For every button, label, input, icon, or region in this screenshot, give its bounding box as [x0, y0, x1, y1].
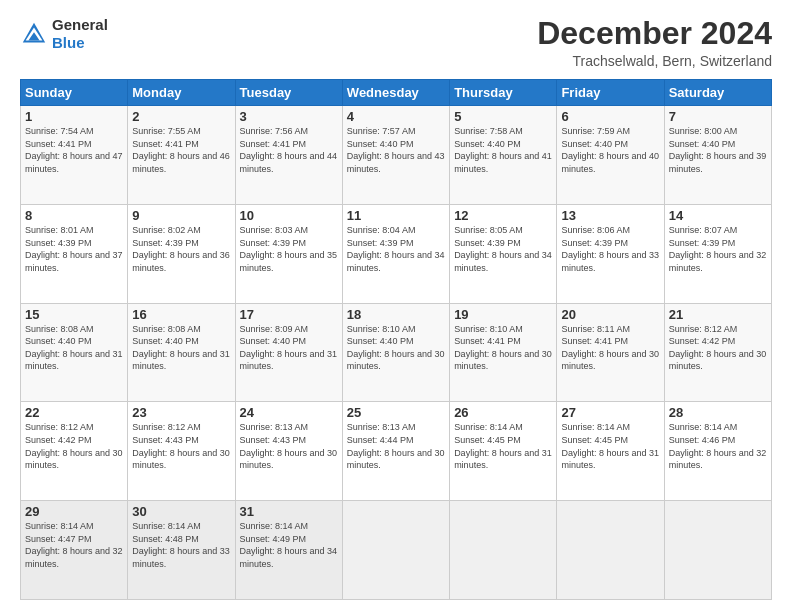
day-info: Sunrise: 7:59 AMSunset: 4:40 PMDaylight:… [561, 125, 659, 175]
calendar-day-cell: 3Sunrise: 7:56 AMSunset: 4:41 PMDaylight… [235, 106, 342, 205]
calendar-day-cell: 4Sunrise: 7:57 AMSunset: 4:40 PMDaylight… [342, 106, 449, 205]
day-number: 17 [240, 307, 338, 322]
day-info: Sunrise: 7:55 AMSunset: 4:41 PMDaylight:… [132, 125, 230, 175]
day-number: 31 [240, 504, 338, 519]
calendar-table: SundayMondayTuesdayWednesdayThursdayFrid… [20, 79, 772, 600]
day-number: 22 [25, 405, 123, 420]
calendar-day-cell: 26Sunrise: 8:14 AMSunset: 4:45 PMDayligh… [450, 402, 557, 501]
day-number: 7 [669, 109, 767, 124]
day-number: 4 [347, 109, 445, 124]
day-number: 21 [669, 307, 767, 322]
day-info: Sunrise: 8:14 AMSunset: 4:46 PMDaylight:… [669, 421, 767, 471]
calendar-day-cell: 30Sunrise: 8:14 AMSunset: 4:48 PMDayligh… [128, 501, 235, 600]
calendar-day-cell [342, 501, 449, 600]
day-info: Sunrise: 8:12 AMSunset: 4:42 PMDaylight:… [25, 421, 123, 471]
calendar-day-cell: 14Sunrise: 8:07 AMSunset: 4:39 PMDayligh… [664, 204, 771, 303]
day-number: 28 [669, 405, 767, 420]
calendar-day-cell: 23Sunrise: 8:12 AMSunset: 4:43 PMDayligh… [128, 402, 235, 501]
header: General Blue December 2024 Trachselwald,… [20, 16, 772, 69]
title-block: December 2024 Trachselwald, Bern, Switze… [537, 16, 772, 69]
day-info: Sunrise: 8:14 AMSunset: 4:47 PMDaylight:… [25, 520, 123, 570]
day-info: Sunrise: 7:57 AMSunset: 4:40 PMDaylight:… [347, 125, 445, 175]
calendar-day-header: Tuesday [235, 80, 342, 106]
calendar-day-cell: 31Sunrise: 8:14 AMSunset: 4:49 PMDayligh… [235, 501, 342, 600]
day-info: Sunrise: 8:14 AMSunset: 4:49 PMDaylight:… [240, 520, 338, 570]
location: Trachselwald, Bern, Switzerland [537, 53, 772, 69]
calendar-day-cell: 25Sunrise: 8:13 AMSunset: 4:44 PMDayligh… [342, 402, 449, 501]
calendar-day-cell [450, 501, 557, 600]
day-info: Sunrise: 8:11 AMSunset: 4:41 PMDaylight:… [561, 323, 659, 373]
calendar-day-cell: 22Sunrise: 8:12 AMSunset: 4:42 PMDayligh… [21, 402, 128, 501]
day-number: 29 [25, 504, 123, 519]
calendar-day-cell: 15Sunrise: 8:08 AMSunset: 4:40 PMDayligh… [21, 303, 128, 402]
logo-text: General Blue [52, 16, 108, 52]
day-number: 1 [25, 109, 123, 124]
day-info: Sunrise: 7:58 AMSunset: 4:40 PMDaylight:… [454, 125, 552, 175]
logo-general: General [52, 16, 108, 34]
day-number: 20 [561, 307, 659, 322]
calendar-day-cell: 29Sunrise: 8:14 AMSunset: 4:47 PMDayligh… [21, 501, 128, 600]
day-info: Sunrise: 8:01 AMSunset: 4:39 PMDaylight:… [25, 224, 123, 274]
day-info: Sunrise: 8:04 AMSunset: 4:39 PMDaylight:… [347, 224, 445, 274]
calendar-day-cell: 24Sunrise: 8:13 AMSunset: 4:43 PMDayligh… [235, 402, 342, 501]
day-number: 15 [25, 307, 123, 322]
day-number: 2 [132, 109, 230, 124]
calendar-day-cell: 21Sunrise: 8:12 AMSunset: 4:42 PMDayligh… [664, 303, 771, 402]
calendar-day-cell: 18Sunrise: 8:10 AMSunset: 4:40 PMDayligh… [342, 303, 449, 402]
calendar-day-cell: 10Sunrise: 8:03 AMSunset: 4:39 PMDayligh… [235, 204, 342, 303]
day-info: Sunrise: 8:07 AMSunset: 4:39 PMDaylight:… [669, 224, 767, 274]
calendar-day-header: Friday [557, 80, 664, 106]
month-title: December 2024 [537, 16, 772, 51]
day-info: Sunrise: 7:56 AMSunset: 4:41 PMDaylight:… [240, 125, 338, 175]
calendar-day-cell [664, 501, 771, 600]
day-number: 25 [347, 405, 445, 420]
day-number: 18 [347, 307, 445, 322]
calendar-day-cell: 20Sunrise: 8:11 AMSunset: 4:41 PMDayligh… [557, 303, 664, 402]
day-info: Sunrise: 8:14 AMSunset: 4:45 PMDaylight:… [454, 421, 552, 471]
day-info: Sunrise: 8:00 AMSunset: 4:40 PMDaylight:… [669, 125, 767, 175]
day-info: Sunrise: 8:02 AMSunset: 4:39 PMDaylight:… [132, 224, 230, 274]
calendar-day-cell: 1Sunrise: 7:54 AMSunset: 4:41 PMDaylight… [21, 106, 128, 205]
calendar-day-cell: 9Sunrise: 8:02 AMSunset: 4:39 PMDaylight… [128, 204, 235, 303]
day-info: Sunrise: 8:03 AMSunset: 4:39 PMDaylight:… [240, 224, 338, 274]
calendar-day-cell: 5Sunrise: 7:58 AMSunset: 4:40 PMDaylight… [450, 106, 557, 205]
calendar-week-row: 8Sunrise: 8:01 AMSunset: 4:39 PMDaylight… [21, 204, 772, 303]
calendar-day-header: Saturday [664, 80, 771, 106]
calendar-day-cell: 2Sunrise: 7:55 AMSunset: 4:41 PMDaylight… [128, 106, 235, 205]
generalblue-logo-icon [20, 20, 48, 48]
calendar-day-cell: 19Sunrise: 8:10 AMSunset: 4:41 PMDayligh… [450, 303, 557, 402]
day-number: 23 [132, 405, 230, 420]
day-number: 5 [454, 109, 552, 124]
day-number: 6 [561, 109, 659, 124]
day-info: Sunrise: 8:05 AMSunset: 4:39 PMDaylight:… [454, 224, 552, 274]
calendar-day-header: Thursday [450, 80, 557, 106]
day-number: 13 [561, 208, 659, 223]
calendar-header-row: SundayMondayTuesdayWednesdayThursdayFrid… [21, 80, 772, 106]
calendar-week-row: 1Sunrise: 7:54 AMSunset: 4:41 PMDaylight… [21, 106, 772, 205]
calendar-day-header: Wednesday [342, 80, 449, 106]
calendar-day-cell: 16Sunrise: 8:08 AMSunset: 4:40 PMDayligh… [128, 303, 235, 402]
calendar-day-cell: 7Sunrise: 8:00 AMSunset: 4:40 PMDaylight… [664, 106, 771, 205]
day-number: 14 [669, 208, 767, 223]
calendar-day-cell: 27Sunrise: 8:14 AMSunset: 4:45 PMDayligh… [557, 402, 664, 501]
day-info: Sunrise: 8:12 AMSunset: 4:42 PMDaylight:… [669, 323, 767, 373]
logo-blue: Blue [52, 34, 108, 52]
calendar-week-row: 15Sunrise: 8:08 AMSunset: 4:40 PMDayligh… [21, 303, 772, 402]
day-info: Sunrise: 8:13 AMSunset: 4:44 PMDaylight:… [347, 421, 445, 471]
calendar-day-cell [557, 501, 664, 600]
calendar-day-header: Sunday [21, 80, 128, 106]
calendar-day-cell: 11Sunrise: 8:04 AMSunset: 4:39 PMDayligh… [342, 204, 449, 303]
calendar-day-header: Monday [128, 80, 235, 106]
day-number: 9 [132, 208, 230, 223]
day-info: Sunrise: 8:10 AMSunset: 4:41 PMDaylight:… [454, 323, 552, 373]
calendar-day-cell: 8Sunrise: 8:01 AMSunset: 4:39 PMDaylight… [21, 204, 128, 303]
day-number: 11 [347, 208, 445, 223]
calendar-day-cell: 6Sunrise: 7:59 AMSunset: 4:40 PMDaylight… [557, 106, 664, 205]
calendar-day-cell: 17Sunrise: 8:09 AMSunset: 4:40 PMDayligh… [235, 303, 342, 402]
day-number: 24 [240, 405, 338, 420]
day-info: Sunrise: 8:14 AMSunset: 4:45 PMDaylight:… [561, 421, 659, 471]
calendar-week-row: 22Sunrise: 8:12 AMSunset: 4:42 PMDayligh… [21, 402, 772, 501]
day-number: 26 [454, 405, 552, 420]
day-number: 12 [454, 208, 552, 223]
day-info: Sunrise: 8:08 AMSunset: 4:40 PMDaylight:… [132, 323, 230, 373]
